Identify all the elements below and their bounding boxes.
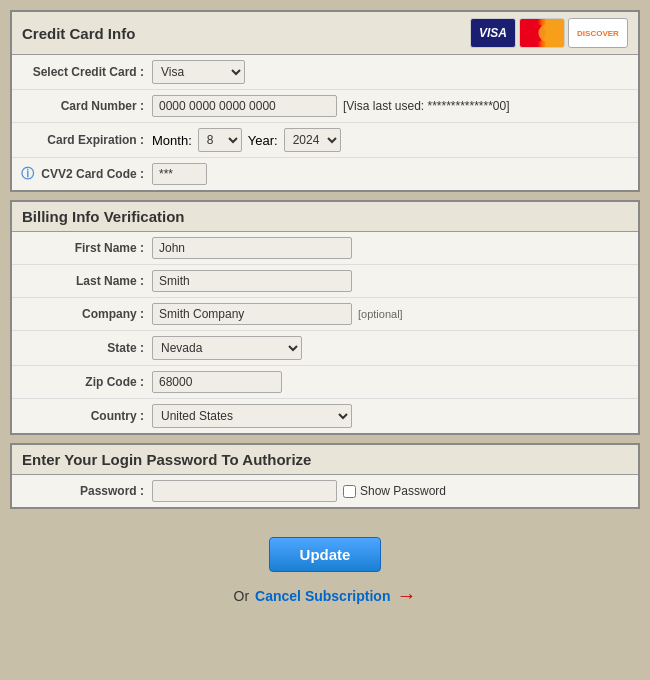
discover-logo: DISCOVER	[568, 18, 628, 48]
zip-row: Zip Code :	[12, 366, 638, 399]
card-expiration-label: Card Expiration :	[12, 133, 152, 147]
or-text: Or	[234, 588, 250, 604]
country-label: Country :	[12, 409, 152, 423]
company-label: Company :	[12, 307, 152, 321]
last-name-input[interactable]	[152, 270, 352, 292]
last-name-row: Last Name :	[12, 265, 638, 298]
company-control: [optional]	[152, 303, 638, 325]
show-password-label[interactable]: Show Password	[343, 484, 446, 498]
update-button[interactable]: Update	[269, 537, 382, 572]
last-name-control	[152, 270, 638, 292]
card-number-control: [Visa last used: **************00]	[152, 95, 638, 117]
password-title: Enter Your Login Password To Authorize	[22, 451, 311, 468]
credit-card-select[interactable]: Visa MasterCard Discover	[152, 60, 245, 84]
last-name-label: Last Name :	[12, 274, 152, 288]
credit-card-title: Credit Card Info	[22, 25, 135, 42]
card-number-row: Card Number : [Visa last used: *********…	[12, 90, 638, 123]
select-card-label: Select Credit Card :	[12, 65, 152, 79]
zip-label: Zip Code :	[12, 375, 152, 389]
bottom-area: Update Or Cancel Subscription →	[10, 517, 640, 627]
last-used-text: [Visa last used: **************00]	[343, 99, 510, 113]
expiration-year-select[interactable]: 202320242025 202620272028	[284, 128, 341, 152]
mastercard-logo	[519, 18, 565, 48]
card-expiration-control: Month: 1234 5678 9101112 Year: 202320242…	[152, 128, 638, 152]
cancel-subscription-link[interactable]: Cancel Subscription	[255, 588, 390, 604]
country-select[interactable]: United States Canada United Kingdom Aust…	[152, 404, 352, 428]
first-name-label: First Name :	[12, 241, 152, 255]
zip-control	[152, 371, 638, 393]
first-name-control	[152, 237, 638, 259]
company-row: Company : [optional]	[12, 298, 638, 331]
card-number-label: Card Number :	[12, 99, 152, 113]
zip-input[interactable]	[152, 371, 282, 393]
state-control: AlabamaAlaskaArizonaArkansas CaliforniaC…	[152, 336, 638, 360]
cvv-row: ⓘ CVV2 Card Code :	[12, 158, 638, 190]
cancel-area: Or Cancel Subscription →	[30, 584, 620, 607]
country-control: United States Canada United Kingdom Aust…	[152, 404, 638, 428]
year-label: Year:	[248, 133, 278, 148]
password-label: Password :	[12, 484, 152, 498]
first-name-input[interactable]	[152, 237, 352, 259]
first-name-row: First Name :	[12, 232, 638, 265]
optional-text: [optional]	[358, 308, 403, 320]
credit-card-header: Credit Card Info VISA DISCOVER	[12, 12, 638, 55]
billing-title: Billing Info Verification	[22, 208, 185, 225]
info-icon: ⓘ	[21, 166, 34, 181]
company-input[interactable]	[152, 303, 352, 325]
card-expiration-row: Card Expiration : Month: 1234 5678 91011…	[12, 123, 638, 158]
password-control: Show Password	[152, 480, 638, 502]
password-input[interactable]	[152, 480, 337, 502]
expiration-month-select[interactable]: 1234 5678 9101112	[198, 128, 242, 152]
billing-header: Billing Info Verification	[12, 202, 638, 232]
visa-logo: VISA	[470, 18, 516, 48]
cvv-control	[152, 163, 638, 185]
select-card-control: Visa MasterCard Discover	[152, 60, 638, 84]
state-row: State : AlabamaAlaskaArizonaArkansas Cal…	[12, 331, 638, 366]
country-row: Country : United States Canada United Ki…	[12, 399, 638, 433]
card-number-input[interactable]	[152, 95, 337, 117]
cvv-label: ⓘ CVV2 Card Code :	[12, 165, 152, 183]
svg-point-1	[538, 24, 556, 42]
month-label: Month:	[152, 133, 192, 148]
show-password-checkbox[interactable]	[343, 485, 356, 498]
state-label: State :	[12, 341, 152, 355]
password-header: Enter Your Login Password To Authorize	[12, 445, 638, 475]
cvv-input[interactable]	[152, 163, 207, 185]
password-row: Password : Show Password	[12, 475, 638, 507]
state-select[interactable]: AlabamaAlaskaArizonaArkansas CaliforniaC…	[152, 336, 302, 360]
arrow-icon: →	[396, 584, 416, 607]
select-card-row: Select Credit Card : Visa MasterCard Dis…	[12, 55, 638, 90]
card-logos: VISA DISCOVER	[470, 18, 628, 48]
